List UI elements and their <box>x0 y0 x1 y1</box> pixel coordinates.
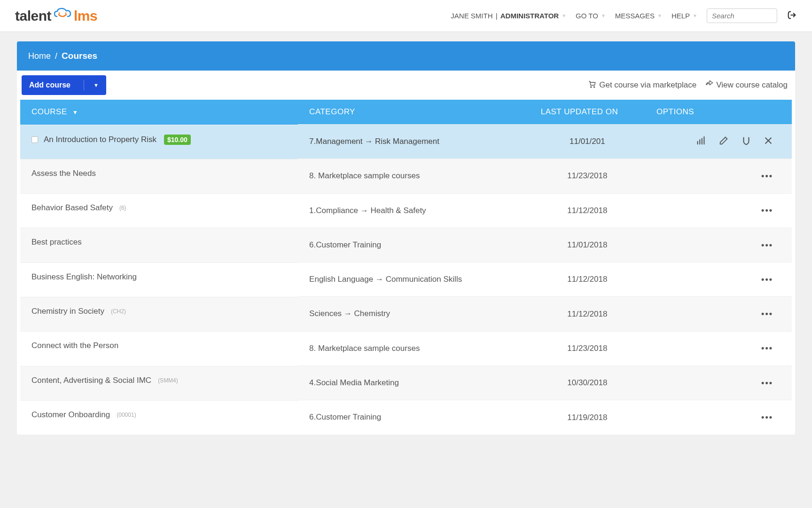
course-cell: Business English: Networking <box>20 262 298 291</box>
breadcrumb: Home / Courses <box>17 41 795 71</box>
more-options-icon[interactable]: ••• <box>761 413 773 422</box>
delete-icon[interactable] <box>764 136 773 148</box>
courses-table: COURSE ▼ CATEGORY LAST UPDATED ON OPTION… <box>20 100 792 435</box>
course-cell: Behavior Based Safety(6) <box>20 193 298 222</box>
course-cell: Best practices <box>20 228 298 256</box>
more-options-icon[interactable]: ••• <box>761 171 773 181</box>
date-cell: 10/30/2018 <box>530 366 645 400</box>
course-name[interactable]: Connect with the Person <box>31 341 118 350</box>
chevron-down-icon[interactable]: ▼ <box>94 82 99 88</box>
table-row[interactable]: Connect with the Person8. Marketplace sa… <box>20 331 792 365</box>
table-row[interactable]: Business English: NetworkingEnglish Lang… <box>20 262 792 297</box>
header-course[interactable]: COURSE ▼ <box>20 100 298 125</box>
date-cell: 11/01/201 <box>530 125 645 159</box>
course-name[interactable]: Content, Advertising & Social IMC <box>31 376 151 385</box>
options-cell: ••• <box>645 297 792 331</box>
course-name[interactable]: An Introduction to Property Risk <box>44 135 156 144</box>
nav-messages[interactable]: MESSAGES ▼ <box>615 12 662 20</box>
category-cell: 6.Customer Training <box>298 228 530 262</box>
logo-text-talent: talent <box>15 8 51 24</box>
chevron-down-icon: ▼ <box>657 13 662 18</box>
category-cell: 8. Marketplace sample courses <box>298 159 530 193</box>
table-row[interactable]: Assess the Needs8. Marketplace sample co… <box>20 159 792 193</box>
options-cell <box>645 125 792 159</box>
more-options-icon[interactable]: ••• <box>761 309 773 318</box>
catalog-link[interactable]: View course catalog <box>705 80 788 91</box>
table-row[interactable]: Best practices6.Customer Training11/01/2… <box>20 228 792 262</box>
cart-icon <box>588 80 596 91</box>
user-name: JANE SMITH <box>451 12 492 20</box>
course-name[interactable]: Chemistry in Society <box>31 307 104 316</box>
sort-desc-icon: ▼ <box>72 109 78 116</box>
table-row[interactable]: Customer Onboarding(00001)6.Customer Tra… <box>20 400 792 435</box>
user-sep: | <box>494 12 500 20</box>
catalog-label: View course catalog <box>716 80 788 90</box>
more-options-icon[interactable]: ••• <box>761 378 773 388</box>
breadcrumb-home[interactable]: Home <box>28 51 51 61</box>
more-options-icon[interactable]: ••• <box>761 206 773 215</box>
search-input[interactable] <box>707 8 777 23</box>
date-cell: 11/23/2018 <box>530 331 645 365</box>
page-body: Home / Courses Add course ▼ Get co <box>0 32 812 444</box>
course-name[interactable]: Business English: Networking <box>31 272 137 282</box>
table-row[interactable]: Content, Advertising & Social IMC(SMM4)4… <box>20 366 792 400</box>
date-cell: 11/12/2018 <box>530 297 645 331</box>
date-cell: 11/01/2018 <box>530 228 645 262</box>
reports-icon[interactable] <box>696 135 706 148</box>
table-row[interactable]: Behavior Based Safety(6)1.Compliance → H… <box>20 193 792 228</box>
logout-icon[interactable] <box>787 10 797 22</box>
more-options-icon[interactable]: ••• <box>761 275 773 284</box>
options-cell: ••• <box>645 228 792 262</box>
button-divider <box>84 80 84 90</box>
options-cell: ••• <box>645 262 792 297</box>
svg-point-0 <box>58 12 60 14</box>
chevron-down-icon: ▼ <box>693 13 697 18</box>
table-row[interactable]: Chemistry in Society(CH2)Sciences → Chem… <box>20 297 792 331</box>
clone-icon[interactable] <box>741 135 751 148</box>
options-cell: ••• <box>645 159 792 193</box>
user-role: ADMINISTRATOR <box>500 12 559 20</box>
options-cell: ••• <box>645 331 792 365</box>
breadcrumb-current: Courses <box>62 51 97 61</box>
options-cell: ••• <box>645 366 792 400</box>
price-badge: $10.00 <box>164 135 191 145</box>
add-course-button[interactable]: Add course ▼ <box>22 75 106 95</box>
options-cell: ••• <box>645 193 792 228</box>
user-menu[interactable]: JANE SMITH | ADMINISTRATOR ▼ <box>451 12 566 20</box>
table-row[interactable]: An Introduction to Property Risk$10.007.… <box>20 125 792 159</box>
header-updated[interactable]: LAST UPDATED ON <box>530 100 645 125</box>
category-cell: 8. Marketplace sample courses <box>298 331 530 365</box>
nav-goto[interactable]: GO TO ▼ <box>576 12 606 20</box>
category-cell: English Language → Communication Skills <box>298 262 530 297</box>
marketplace-link[interactable]: Get course via marketplace <box>588 80 696 91</box>
edit-icon[interactable] <box>718 135 729 148</box>
row-checkbox[interactable] <box>31 136 38 143</box>
date-cell: 11/12/2018 <box>530 193 645 228</box>
svg-point-2 <box>591 86 592 87</box>
chevron-down-icon: ▼ <box>562 13 566 18</box>
top-bar: talent lms JANE SMITH | ADMINISTRATOR ▼ … <box>0 0 812 32</box>
nav-help[interactable]: HELP ▼ <box>671 12 697 20</box>
category-cell: 7.Management → Risk Management <box>298 125 530 159</box>
course-name[interactable]: Best practices <box>31 238 82 247</box>
course-cell: An Introduction to Property Risk$10.00 <box>20 125 298 154</box>
courses-panel: Home / Courses Add course ▼ Get co <box>17 41 795 435</box>
top-nav: JANE SMITH | ADMINISTRATOR ▼ GO TO ▼ MES… <box>451 8 797 23</box>
cloud-smile-icon <box>52 7 73 24</box>
header-category[interactable]: CATEGORY <box>298 100 530 125</box>
course-code: (6) <box>119 205 126 211</box>
more-options-icon[interactable]: ••• <box>761 343 773 353</box>
toolbar-right-links: Get course via marketplace View course c… <box>588 80 790 91</box>
course-name[interactable]: Assess the Needs <box>31 169 96 178</box>
course-cell: Connect with the Person <box>20 331 298 360</box>
category-cell: 4.Social Media Marketing <box>298 366 530 400</box>
course-name[interactable]: Customer Onboarding <box>31 410 110 420</box>
logo-text-lms: lms <box>74 8 97 24</box>
course-name[interactable]: Behavior Based Safety <box>31 203 113 213</box>
svg-point-3 <box>594 86 595 87</box>
course-code: (CH2) <box>111 308 126 315</box>
category-cell: Sciences → Chemistry <box>298 297 530 331</box>
logo[interactable]: talent lms <box>15 7 97 24</box>
more-options-icon[interactable]: ••• <box>761 240 773 250</box>
options-cell: ••• <box>645 400 792 435</box>
